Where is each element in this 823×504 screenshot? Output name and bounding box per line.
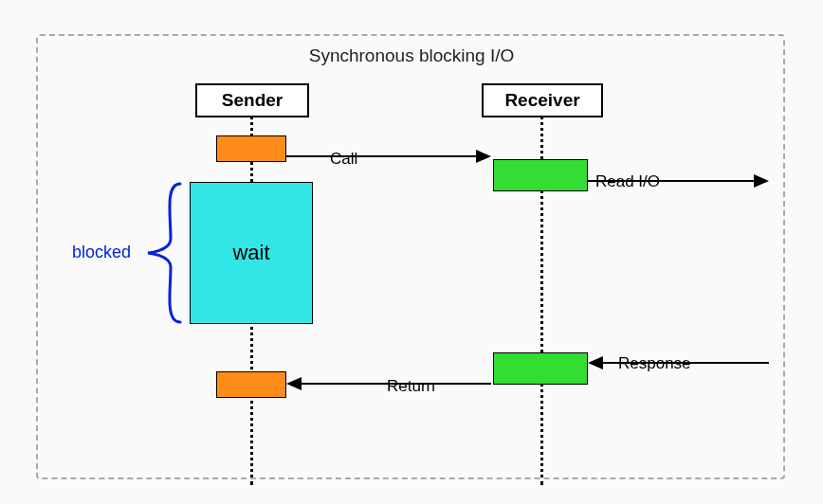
- readio-arrow-head: [754, 174, 769, 188]
- wait-label: wait: [232, 241, 269, 265]
- response-label: Response: [618, 354, 691, 373]
- return-arrow-head: [286, 377, 302, 390]
- call-arrow-head: [476, 150, 491, 163]
- readio-label: Read I/O: [595, 172, 660, 191]
- return-label: Return: [387, 377, 435, 396]
- receiver-processing-segment-1: [493, 159, 588, 191]
- call-arrow-line: [286, 155, 476, 157]
- receiver-processing-segment-2: [493, 352, 588, 385]
- diagram-title: Synchronous blocking I/O: [0, 45, 823, 66]
- sender-actor-box: Sender: [195, 83, 309, 117]
- sender-active-segment-1: [216, 135, 286, 162]
- call-label: Call: [330, 150, 357, 169]
- receiver-actor-box: Receiver: [482, 83, 603, 117]
- sender-active-segment-2: [216, 371, 286, 398]
- sender-wait-segment: wait: [190, 182, 313, 324]
- response-arrow-head: [588, 356, 603, 369]
- blocked-label: blocked: [72, 243, 131, 262]
- brace-icon: [142, 182, 184, 324]
